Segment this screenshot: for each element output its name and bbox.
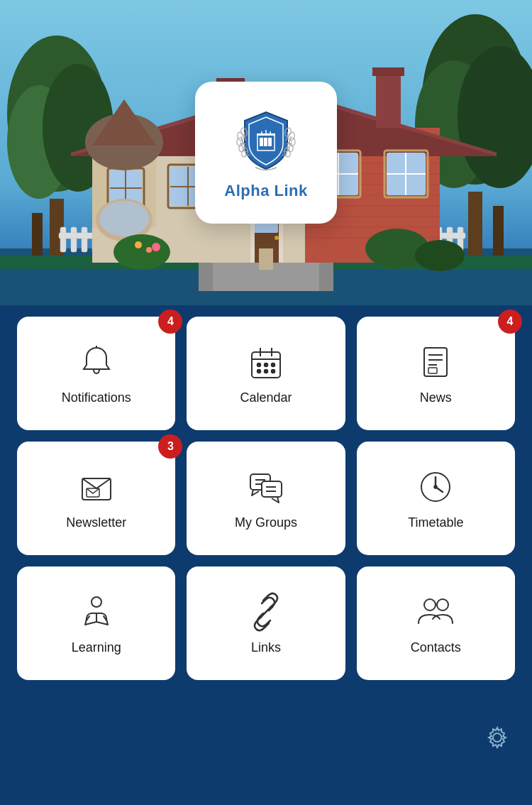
contacts-label: Contacts <box>411 640 461 655</box>
svg-point-126 <box>264 369 267 373</box>
svg-point-89 <box>275 236 279 240</box>
notifications-item[interactable]: 4 Notifications <box>17 317 175 430</box>
notifications-badge: 4 <box>158 310 182 334</box>
hero-section: Alpha Link <box>0 0 532 305</box>
links-item[interactable]: Links <box>187 566 345 680</box>
svg-rect-8 <box>32 213 43 256</box>
newsletter-icon <box>77 467 116 507</box>
svg-point-123 <box>264 363 267 366</box>
svg-rect-101 <box>264 138 267 146</box>
svg-point-113 <box>288 131 296 141</box>
settings-button[interactable] <box>480 720 515 755</box>
svg-rect-102 <box>268 138 272 146</box>
svg-point-125 <box>257 369 260 373</box>
news-badge: 4 <box>498 310 522 334</box>
svg-point-122 <box>257 363 260 366</box>
svg-point-152 <box>493 733 501 742</box>
svg-point-86 <box>99 201 149 236</box>
calendar-icon <box>246 342 286 382</box>
app-title: Alpha Link <box>224 182 307 200</box>
svg-point-95 <box>415 240 465 271</box>
learning-item[interactable]: Learning <box>17 566 175 680</box>
svg-point-127 <box>271 369 275 373</box>
my-groups-label: My Groups <box>235 515 297 530</box>
link-icon <box>246 592 286 632</box>
news-item[interactable]: 4 News <box>357 317 515 430</box>
links-label: Links <box>251 640 281 655</box>
calendar-item[interactable]: Calendar <box>187 317 345 430</box>
newsletter-label: Newsletter <box>66 515 126 530</box>
svg-rect-100 <box>260 138 263 146</box>
svg-rect-132 <box>428 368 437 373</box>
svg-point-97 <box>135 241 142 248</box>
svg-rect-62 <box>372 67 404 76</box>
svg-line-149 <box>260 606 272 618</box>
bell-icon <box>77 342 116 382</box>
learning-label: Learning <box>72 640 121 655</box>
learning-icon <box>77 592 116 632</box>
svg-rect-128 <box>424 348 447 376</box>
svg-rect-17 <box>71 227 77 252</box>
newsletter-item[interactable]: 3 Newsletter <box>17 442 175 555</box>
svg-rect-138 <box>262 481 282 497</box>
svg-point-145 <box>92 597 101 607</box>
svg-point-96 <box>152 243 160 251</box>
svg-point-108 <box>237 131 245 141</box>
newsletter-badge: 3 <box>158 434 182 459</box>
clock-icon <box>416 467 455 507</box>
svg-rect-18 <box>82 227 87 252</box>
svg-rect-16 <box>60 227 66 252</box>
gear-icon <box>484 725 510 750</box>
notifications-label: Notifications <box>62 390 131 405</box>
svg-point-144 <box>434 486 437 488</box>
contacts-icon <box>416 592 455 632</box>
timetable-label: Timetable <box>408 515 463 530</box>
settings-bar <box>0 708 532 767</box>
news-icon <box>416 342 455 382</box>
my-groups-item[interactable]: My Groups <box>187 442 345 555</box>
news-label: News <box>420 390 452 405</box>
main-grid: 4 Notifications Ca <box>0 305 532 708</box>
svg-rect-13 <box>493 206 504 256</box>
logo-card: Alpha Link <box>195 82 337 224</box>
svg-rect-92 <box>259 248 273 270</box>
svg-rect-61 <box>376 71 401 128</box>
grid-row-1: 4 Notifications Ca <box>17 317 515 430</box>
svg-rect-103 <box>257 133 275 136</box>
svg-point-98 <box>146 247 152 253</box>
svg-point-93 <box>113 234 170 270</box>
logo-emblem <box>231 105 301 176</box>
grid-row-3: Learning Links <box>17 566 515 680</box>
svg-rect-12 <box>468 192 482 256</box>
groups-icon <box>246 467 286 507</box>
calendar-label: Calendar <box>240 390 292 405</box>
grid-row-2: 3 Newsletter <box>17 442 515 555</box>
svg-point-151 <box>437 599 448 610</box>
svg-point-150 <box>424 599 436 610</box>
svg-point-124 <box>271 363 275 366</box>
contacts-item[interactable]: Contacts <box>357 566 515 680</box>
timetable-item[interactable]: Timetable <box>357 442 515 555</box>
